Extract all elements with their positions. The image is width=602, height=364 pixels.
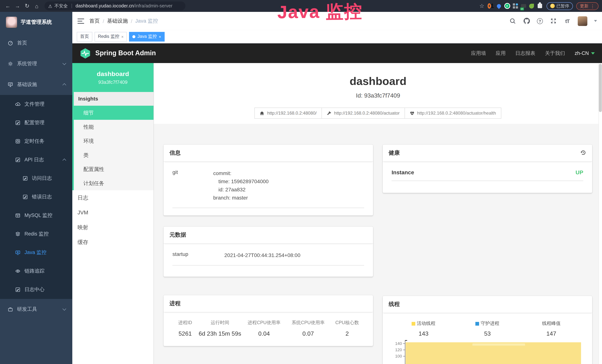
subnav-caches[interactable]: 缓存 xyxy=(72,235,153,250)
process-uptime: 6d 23h 15m 59s xyxy=(198,331,242,337)
git-info-row: git commit: time: 1596289704000 id: 27aa… xyxy=(172,169,364,208)
content-scrollbar[interactable] xyxy=(599,63,602,364)
service-url-chip[interactable]: http://192.168.0.2:48080/ xyxy=(255,107,322,119)
sidebar-toggle-icon[interactable] xyxy=(77,18,84,23)
fullscreen-icon[interactable] xyxy=(549,17,557,25)
sba-nav-wallboard[interactable]: 应用墙 xyxy=(471,50,486,57)
sidebar-item-access-log[interactable]: 访问日志 xyxy=(0,169,72,188)
threads-card-title: 线程 xyxy=(389,301,400,308)
extension-yuque-icon[interactable]: y xyxy=(504,3,510,9)
history-icon[interactable] xyxy=(580,149,586,157)
sidebar-item-home[interactable]: 首页 xyxy=(0,33,72,54)
startup-key: startup xyxy=(172,251,224,259)
instance-label: Instance xyxy=(392,169,414,175)
chevron-down-icon xyxy=(63,307,66,310)
close-icon[interactable]: × xyxy=(121,34,124,39)
extensions-puzzle-icon[interactable] xyxy=(536,3,543,9)
browser-menu-kebab-icon[interactable] xyxy=(590,3,595,9)
tab-home[interactable]: 首页 xyxy=(77,32,92,41)
sba-nav-journal[interactable]: 日志报表 xyxy=(515,50,535,57)
subnav-jvm[interactable]: JVM xyxy=(72,205,153,220)
sidebar-submenu-infra: 文件管理 配置管理 定时任务 API 日志 访问日志 xyxy=(0,95,72,299)
github-icon[interactable] xyxy=(523,17,530,25)
instance-hero: dashboard Id: 93a3fc7f7409 http://192.16… xyxy=(154,63,602,124)
tab-redis-monitor[interactable]: Redis 监控× xyxy=(95,32,127,41)
browser-update-chip[interactable]: 更新 xyxy=(576,2,599,10)
instance-header[interactable]: dashboard 93a3fc7f7409 xyxy=(72,63,153,92)
extension-tampermonkey-icon[interactable]: on xyxy=(520,3,527,9)
threads-chart-plot xyxy=(405,340,583,364)
metadata-card-title: 元数据 xyxy=(170,231,186,238)
sba-nav-applications[interactable]: 应用 xyxy=(495,50,505,57)
subnav-environment[interactable]: 环境 xyxy=(74,134,153,148)
extension-orange-icon[interactable]: 1 xyxy=(487,3,494,9)
url-separator xyxy=(72,4,72,8)
sidebar-item-api-log[interactable]: API 日志 xyxy=(0,150,72,169)
sba-language-select[interactable]: zh-CN xyxy=(575,50,595,56)
daemon-threads-swatch xyxy=(475,322,479,325)
sba-nav-about[interactable]: 关于我们 xyxy=(545,50,565,57)
browser-reload-icon[interactable] xyxy=(23,2,31,10)
page-title: dashboard xyxy=(154,74,602,88)
git-value: commit: time: 1596289704000 id: 27aa832 … xyxy=(213,169,269,202)
help-icon[interactable] xyxy=(537,18,543,24)
subnav-metrics[interactable]: 性能 xyxy=(74,120,153,134)
instance-id-line: Id: 93a3fc7f7409 xyxy=(154,92,602,99)
actuator-url-chip[interactable]: http://192.168.0.2:48080/actuator xyxy=(322,107,405,119)
info-card: 信息 git commit: time: 1596289704000 id: 2… xyxy=(163,145,373,215)
subnav-details[interactable]: 细节 xyxy=(74,106,153,120)
profile-paused-chip[interactable]: 已暂停 xyxy=(546,2,573,10)
sidebar-item-redis-monitor[interactable]: Redis 监控 xyxy=(0,225,72,243)
page-url: dashboard.yudao.iocoder.cn/infra/admin-s… xyxy=(76,3,172,9)
extension-pin-icon[interactable] xyxy=(495,3,502,9)
monitor-icon xyxy=(7,82,13,87)
search-icon[interactable] xyxy=(509,17,516,25)
daemon-threads-value: 53 xyxy=(456,331,519,337)
edit-icon xyxy=(15,157,21,163)
close-icon[interactable]: × xyxy=(159,34,161,39)
sidebar-item-log-center[interactable]: 日志中心 xyxy=(0,280,72,299)
threads-chart: 140 120 100 xyxy=(392,340,583,364)
sidebar-item-infra[interactable]: 基础设施 xyxy=(0,74,72,95)
briefcase-icon xyxy=(7,306,13,312)
browser-forward-icon[interactable] xyxy=(13,2,22,10)
sidebar-item-file-manage[interactable]: 文件管理 xyxy=(0,95,72,114)
subnav-logs[interactable]: 日志 xyxy=(72,190,153,205)
info-card-title: 信息 xyxy=(170,150,181,157)
annotation-java-monitor: Java 监控 xyxy=(277,0,363,24)
extension-grid-icon[interactable] xyxy=(512,3,519,9)
tab-java-monitor[interactable]: Java 监控× xyxy=(129,32,164,41)
instance-name: dashboard xyxy=(97,70,129,78)
eye-icon xyxy=(15,268,21,274)
font-size-icon[interactable] xyxy=(564,17,571,25)
sidebar-item-error-log[interactable]: 错误日志 xyxy=(0,188,72,206)
browser-back-icon[interactable] xyxy=(4,2,12,10)
user-avatar[interactable] xyxy=(578,16,587,26)
sidebar-item-java-monitor[interactable]: Java 监控 xyxy=(0,243,72,262)
sidebar-item-tracing[interactable]: 链路追踪 xyxy=(0,262,72,280)
dashboard-icon xyxy=(7,40,13,46)
monitor-screen-icon xyxy=(15,250,21,256)
process-id: 5261 xyxy=(172,331,198,337)
sidebar-item-mysql-monitor[interactable]: MySQL 监控 xyxy=(0,206,72,225)
subnav-mappings[interactable]: 映射 xyxy=(72,220,153,235)
subnav-classes[interactable]: 类 xyxy=(74,148,153,162)
breadcrumb-infra[interactable]: 基础设施 xyxy=(107,18,128,24)
address-bar[interactable]: 不安全 dashboard.yudao.iocoder.cn/infra/adm… xyxy=(44,1,185,11)
sidebar-item-system[interactable]: 系统管理 xyxy=(0,54,72,74)
instance-health-row[interactable]: Instance UP xyxy=(392,169,583,181)
bookmark-star-icon[interactable] xyxy=(478,2,486,10)
subnav-scheduled-tasks[interactable]: 计划任务 xyxy=(74,176,153,190)
subnav-config-props[interactable]: 配置属性 xyxy=(74,162,153,176)
browser-home-icon[interactable] xyxy=(33,2,41,10)
extension-leaf-icon[interactable] xyxy=(528,3,535,9)
heartbeat-icon xyxy=(409,111,414,116)
instance-links: http://192.168.0.2:48080/ http://192.168… xyxy=(255,107,501,119)
app-logo-row[interactable]: 芋道管理系统 xyxy=(0,12,72,33)
sidebar-item-dev-tools[interactable]: 研发工具 xyxy=(0,299,72,320)
sidebar-item-config-manage[interactable]: 配置管理 xyxy=(0,114,72,132)
health-url-chip[interactable]: http://192.168.0.2:48080/actuator/health xyxy=(404,107,501,119)
sidebar-item-scheduled-jobs[interactable]: 定时任务 xyxy=(0,132,72,150)
user-menu-caret-icon[interactable] xyxy=(594,20,597,22)
breadcrumb-home[interactable]: 首页 xyxy=(89,18,100,24)
